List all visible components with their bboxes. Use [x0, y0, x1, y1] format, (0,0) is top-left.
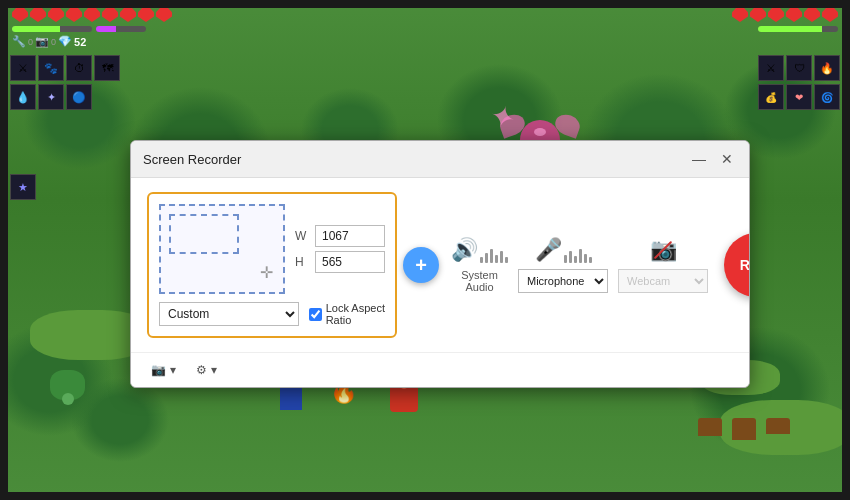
vol-dot [579, 249, 582, 263]
region-dashed-border [169, 214, 239, 254]
hud-icon: 🐾 [38, 55, 64, 81]
hud-icon: ★ [10, 174, 36, 200]
height-label: H [295, 255, 309, 269]
speaker-icon: 🔊 [451, 237, 478, 263]
webcam-select[interactable]: Webcam None [618, 269, 708, 293]
system-audio-icon-group: 🔊 [451, 237, 508, 263]
hud-top: 🔧 0 📷 0 💎 52 [0, 8, 850, 48]
webcam-icon: 📷 [650, 237, 677, 263]
heart [102, 8, 118, 22]
screen-recorder-dialog: Screen Recorder — ✕ ✛ [130, 140, 750, 388]
enemy-turtle [50, 370, 85, 400]
settings-toolbar-button[interactable]: ⚙ ▾ [192, 361, 221, 379]
lock-aspect-label[interactable]: Lock AspectRatio [309, 302, 385, 326]
microphone-icon-group: 🎤 [535, 237, 592, 263]
dialog-titlebar: Screen Recorder — ✕ [131, 141, 749, 178]
screenshot-toolbar-button[interactable]: 📷 ▾ [147, 361, 180, 379]
hud-icon: 💧 [10, 84, 36, 110]
heart [66, 8, 82, 22]
heart [30, 8, 46, 22]
region-dimensions: W H [295, 225, 385, 273]
heart [786, 8, 802, 22]
volume-dots [480, 249, 508, 263]
hud-icon-right: 🌀 [814, 84, 840, 110]
tree-stumps [698, 418, 790, 440]
hud-icon: 🗺 [94, 55, 120, 81]
heart [12, 8, 28, 22]
width-input[interactable] [315, 225, 385, 247]
hud-icon-right: ❤ [786, 84, 812, 110]
height-input[interactable] [315, 251, 385, 273]
minimize-button[interactable]: — [689, 149, 709, 169]
height-row: H [295, 251, 385, 273]
coin-count: 52 [74, 36, 86, 48]
vol-dot [569, 251, 572, 263]
heart [804, 8, 820, 22]
region-crosshair-icon: ✛ [260, 263, 273, 282]
system-audio-item: 🔊 System Audio [451, 237, 508, 293]
screenshot-icon: 📷 [151, 363, 166, 377]
preset-select[interactable]: Custom Full Screen 1920×1080 1280×720 [159, 302, 299, 326]
add-source-button[interactable]: + [403, 247, 439, 283]
vol-dot [500, 251, 503, 263]
vol-dot [584, 254, 587, 263]
heart [138, 8, 154, 22]
settings-chevron: ▾ [211, 363, 217, 377]
width-row: W [295, 225, 385, 247]
heart [750, 8, 766, 22]
hud-icon: 🔵 [66, 84, 92, 110]
lock-aspect-checkbox[interactable] [309, 308, 322, 321]
microphone-icon: 🎤 [535, 237, 562, 263]
lock-aspect-text: Lock AspectRatio [326, 302, 385, 326]
hud-icon-right: 🔥 [814, 55, 840, 81]
mic-volume-dots [564, 249, 592, 263]
heart [84, 8, 100, 22]
region-section: ✛ W H [147, 192, 397, 338]
enemy-red [390, 384, 418, 412]
dialog-content: ✛ W H [131, 178, 749, 352]
vol-dot [564, 255, 567, 263]
width-label: W [295, 229, 309, 243]
screenshot-chevron: ▾ [170, 363, 176, 377]
heart [156, 8, 172, 22]
vol-dot [490, 249, 493, 263]
hud-icon: ⚔ [10, 55, 36, 81]
vol-dot [485, 253, 488, 263]
dialog-overlay: Screen Recorder — ✕ ✛ [130, 140, 750, 388]
av-section: 🔊 System Audio [445, 237, 714, 293]
hearts-left: 🔧 0 📷 0 💎 52 [12, 8, 172, 48]
heart [120, 8, 136, 22]
dialog-controls: — ✕ [689, 149, 737, 169]
hud-icon-right: ⚔ [758, 55, 784, 81]
heart [768, 8, 784, 22]
dialog-toolbar: 📷 ▾ ⚙ ▾ [131, 352, 749, 387]
close-button[interactable]: ✕ [717, 149, 737, 169]
vol-dot [480, 257, 483, 263]
rec-button[interactable]: REC [724, 233, 750, 297]
heart [732, 8, 748, 22]
hud-icon: ✦ [38, 84, 64, 110]
game-background: 🔧 0 📷 0 💎 52 [0, 0, 850, 500]
heart [822, 8, 838, 22]
hud-icon-right: 💰 [758, 84, 784, 110]
hud-icon-right: 🛡 [786, 55, 812, 81]
hearts-right [732, 8, 838, 35]
region-preview[interactable]: ✛ [159, 204, 285, 294]
rec-label: REC [740, 257, 750, 273]
heart [48, 8, 64, 22]
system-audio-label: System Audio [451, 269, 508, 293]
microphone-item: 🎤 Microphone [518, 237, 608, 293]
vol-dot [574, 256, 577, 263]
dialog-title: Screen Recorder [143, 152, 241, 167]
vol-dot [505, 257, 508, 263]
hud-icon: ⏱ [66, 55, 92, 81]
webcam-item: 📷 Webcam None [618, 237, 708, 293]
vol-dot [589, 257, 592, 263]
region-bottom: Custom Full Screen 1920×1080 1280×720 Lo… [159, 302, 385, 326]
settings-icon: ⚙ [196, 363, 207, 377]
vol-dot [495, 255, 498, 263]
microphone-select[interactable]: Microphone Default None [518, 269, 608, 293]
